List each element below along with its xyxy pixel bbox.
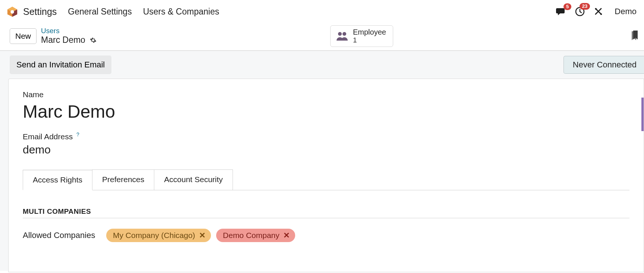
breadcrumb-current: Marc Demo xyxy=(41,35,97,45)
tag-remove-icon[interactable]: ✕ xyxy=(199,231,206,240)
breadcrumb-users-link[interactable]: Users xyxy=(41,27,97,35)
control-panel: New Users Marc Demo Employee 1 xyxy=(0,23,644,51)
menu-general-settings[interactable]: General Settings xyxy=(68,7,132,17)
form-sheet: Name Marc Demo Email Address ? demo Acce… xyxy=(8,79,644,272)
employees-icon xyxy=(336,31,348,41)
name-label: Name xyxy=(23,90,629,99)
tab-access-rights[interactable]: Access Rights xyxy=(23,170,92,190)
discuss-badge: 5 xyxy=(564,3,571,10)
svg-point-9 xyxy=(342,32,346,36)
menu-users-companies[interactable]: Users & Companies xyxy=(143,7,220,17)
notebook-tabs: Access Rights Preferences Account Securi… xyxy=(23,169,629,190)
app-title[interactable]: Settings xyxy=(23,6,57,17)
top-navbar: Settings General Settings Users & Compan… xyxy=(0,0,644,23)
activity-badge: 23 xyxy=(580,3,590,10)
email-label: Email Address ? xyxy=(23,131,629,141)
debug-tools-icon[interactable] xyxy=(594,7,603,16)
section-multi-companies: MULTI COMPANIES xyxy=(23,207,629,218)
tab-account-security[interactable]: Account Security xyxy=(154,169,233,190)
discuss-icon[interactable]: 5 xyxy=(556,7,566,16)
company-tag[interactable]: My Company (Chicago)✕ xyxy=(106,229,211,242)
company-tag[interactable]: Demo Company✕ xyxy=(216,229,295,242)
svg-point-6 xyxy=(595,8,597,10)
employee-stat-label: Employee xyxy=(353,28,386,36)
allowed-companies-field[interactable]: My Company (Chicago)✕ Demo Company✕ xyxy=(106,229,295,242)
bookmark-icon[interactable] xyxy=(631,31,639,41)
send-invitation-button[interactable]: Send an Invitation Email xyxy=(10,55,111,74)
status-never-connected[interactable]: Never Connected xyxy=(564,56,644,74)
company-tag-label: My Company (Chicago) xyxy=(113,231,195,240)
employee-stat-count: 1 xyxy=(353,36,386,44)
email-field[interactable]: demo xyxy=(23,143,629,156)
name-field[interactable]: Marc Demo xyxy=(23,101,629,122)
form-body: Send an Invitation Email Never Connected… xyxy=(0,51,644,271)
breadcrumb-current-label: Marc Demo xyxy=(41,35,85,45)
allowed-companies-label: Allowed Companies xyxy=(23,231,97,240)
activity-icon[interactable]: 23 xyxy=(575,7,585,16)
allowed-companies-row: Allowed Companies My Company (Chicago)✕ … xyxy=(23,229,629,242)
svg-point-4 xyxy=(10,10,14,13)
email-label-text: Email Address xyxy=(23,132,73,141)
tab-preferences[interactable]: Preferences xyxy=(92,169,154,190)
user-menu[interactable]: Demo xyxy=(615,7,637,16)
gear-icon[interactable] xyxy=(90,37,97,44)
company-tag-label: Demo Company xyxy=(223,231,280,240)
tag-remove-icon[interactable]: ✕ xyxy=(283,231,290,240)
status-bar: Send an Invitation Email Never Connected xyxy=(0,55,644,79)
svg-point-8 xyxy=(338,32,342,36)
email-help-icon[interactable]: ? xyxy=(76,131,79,137)
svg-point-7 xyxy=(600,13,602,15)
new-button[interactable]: New xyxy=(10,28,37,44)
app-logo-icon[interactable] xyxy=(7,6,18,17)
breadcrumb: Users Marc Demo xyxy=(41,27,97,45)
systray: 5 23 Demo xyxy=(556,7,637,16)
employee-stat-button[interactable]: Employee 1 xyxy=(330,25,393,47)
